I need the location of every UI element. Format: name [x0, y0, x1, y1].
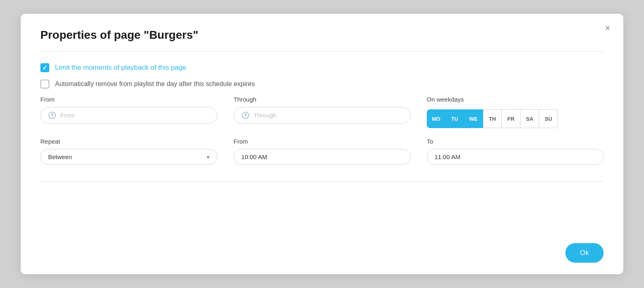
weekday-btn-th[interactable]: TH: [483, 109, 502, 128]
weekdays-label: On weekdays: [427, 96, 604, 103]
from-date-label: From: [40, 96, 217, 103]
dialog: × Properties of page "Burgers" ✓ Limit t…: [20, 13, 624, 275]
repeat-value: Between: [48, 153, 72, 160]
auto-remove-checkbox[interactable]: [40, 80, 49, 89]
to-time-label: To: [427, 138, 604, 145]
weekday-btn-sa[interactable]: SA: [520, 109, 539, 128]
auto-remove-row: Automatically remove from playlist the d…: [40, 80, 604, 89]
dialog-overlay: × Properties of page "Burgers" ✓ Limit t…: [0, 0, 644, 288]
through-date-input[interactable]: 🕐 Through: [234, 107, 410, 124]
ok-button[interactable]: Ok: [565, 243, 604, 263]
from-time-group: From 10:00 AM: [234, 138, 410, 165]
from-date-group: From 🕐 From: [40, 96, 217, 128]
dialog-title: Properties of page "Burgers": [40, 29, 604, 42]
bottom-divider: [40, 181, 604, 182]
close-button[interactable]: ×: [602, 22, 613, 34]
limit-moments-checkbox[interactable]: ✓: [40, 63, 49, 72]
to-time-input[interactable]: 11:00 AM: [427, 149, 604, 165]
limit-moments-row: ✓ Limit the moments of playback of this …: [40, 63, 604, 72]
check-icon: ✓: [42, 65, 47, 71]
to-time-group: To 11:00 AM: [427, 138, 604, 165]
weekday-btn-mo[interactable]: MO: [427, 109, 446, 128]
repeat-group: Repeat Between ▾: [40, 138, 217, 165]
chevron-down-icon: ▾: [207, 154, 210, 160]
weekday-btn-tu[interactable]: TU: [446, 109, 464, 128]
weekday-btn-su[interactable]: SU: [539, 109, 558, 128]
fields-grid: From 🕐 From Through 🕐 Through On weekday…: [40, 96, 604, 165]
auto-remove-label: Automatically remove from playlist the d…: [55, 80, 255, 88]
clock-icon-through: 🕐: [241, 111, 249, 119]
from-time-value: 10:00 AM: [241, 153, 267, 160]
from-time-label: From: [234, 138, 410, 145]
through-date-group: Through 🕐 Through: [234, 96, 410, 128]
from-time-input[interactable]: 10:00 AM: [234, 149, 410, 165]
from-date-placeholder: From: [60, 112, 75, 119]
clock-icon-from: 🕐: [48, 111, 56, 119]
to-time-value: 11:00 AM: [434, 153, 460, 160]
weekday-btn-we[interactable]: WE: [464, 109, 483, 128]
weekdays-group: On weekdays MOTUWETHFRSASU: [427, 96, 604, 128]
through-date-placeholder: Through: [254, 112, 276, 119]
repeat-select[interactable]: Between ▾: [40, 149, 217, 165]
weekday-btn-fr[interactable]: FR: [502, 109, 520, 128]
title-divider: [40, 51, 604, 52]
from-date-input[interactable]: 🕐 From: [40, 107, 217, 124]
through-date-label: Through: [234, 96, 410, 103]
weekdays-container: MOTUWETHFRSASU: [427, 109, 604, 128]
repeat-label: Repeat: [40, 138, 217, 145]
limit-moments-label: Limit the moments of playback of this pa…: [55, 64, 186, 72]
